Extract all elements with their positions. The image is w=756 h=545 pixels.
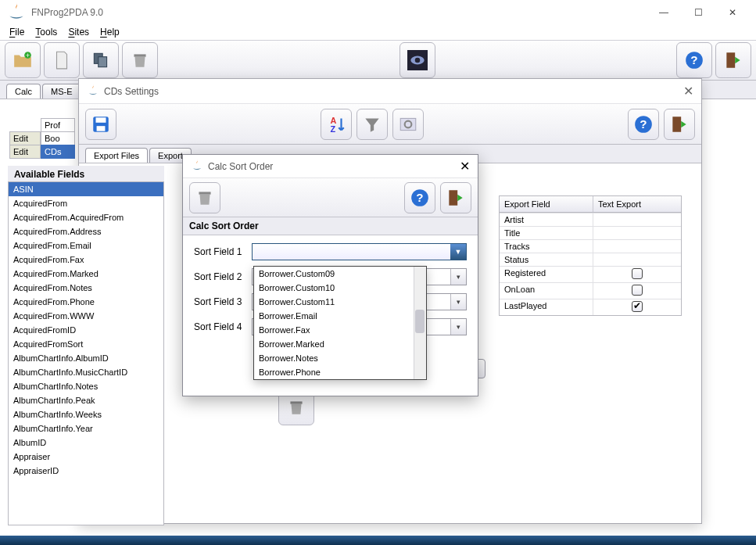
field-row[interactable]: AcquiredFrom.Address xyxy=(9,224,163,238)
dropdown-option[interactable]: Borrower.Phone xyxy=(254,365,426,379)
field-row[interactable]: Appraiser xyxy=(9,450,163,464)
field-row[interactable]: AlbumChartInfo.Notes xyxy=(9,379,163,393)
dropdown-option[interactable]: Borrower.Marked xyxy=(254,337,426,351)
field-row[interactable]: AcquiredFrom.Notes xyxy=(9,281,163,295)
field-row[interactable]: AcquiredFromID xyxy=(9,323,163,337)
svg-rect-3 xyxy=(99,57,107,67)
field-row[interactable]: AcquiredFrom.Email xyxy=(9,238,163,253)
dropdown-option[interactable]: Borrower.Notes xyxy=(254,351,426,365)
delete-button[interactable] xyxy=(122,42,158,78)
export-row[interactable]: OnLoan xyxy=(500,282,681,299)
sort-field-1-combo[interactable]: ▼ xyxy=(252,243,467,260)
new-folder-button[interactable]: + xyxy=(5,42,41,78)
field-row[interactable]: AlbumID xyxy=(9,436,163,450)
filter-button[interactable] xyxy=(357,109,388,140)
field-row[interactable]: AcquiredFrom xyxy=(9,196,163,210)
checkbox[interactable] xyxy=(632,301,643,312)
field-row[interactable]: AppraiserID xyxy=(9,464,163,478)
dropdown-option[interactable]: Borrower.Custom10 xyxy=(254,281,426,295)
copy-button[interactable] xyxy=(83,42,119,78)
maximize-button[interactable]: ☐ xyxy=(681,0,715,24)
tab-export-files[interactable]: Export Files xyxy=(85,148,148,163)
field-row[interactable]: AcquiredFrom.AcquiredFrom xyxy=(9,210,163,224)
export-row[interactable]: Registered xyxy=(500,266,681,282)
field-row[interactable]: AcquiredFromSort xyxy=(9,337,163,351)
field-row[interactable]: AlbumChartInfo.Year xyxy=(9,421,163,436)
export-checkbox-cell[interactable] xyxy=(593,213,681,226)
dropdown-option[interactable]: Borrower.Email xyxy=(254,309,426,323)
sort-exit-button[interactable] xyxy=(440,182,471,213)
save-button[interactable] xyxy=(85,109,116,140)
dropdown-scrollbar[interactable] xyxy=(414,267,426,379)
field-row[interactable]: ASIN xyxy=(9,182,163,196)
export-checkbox-cell[interactable] xyxy=(593,227,681,239)
available-fields-list[interactable]: ASINAcquiredFromAcquiredFrom.AcquiredFro… xyxy=(8,181,164,525)
settings-gear-button[interactable] xyxy=(392,109,424,140)
sort-close-button[interactable]: ✕ xyxy=(460,159,470,174)
scrollbar-thumb[interactable] xyxy=(415,310,425,333)
profile-grid: Prof EditBoo EditCDs xyxy=(9,119,75,159)
dropdown-option[interactable]: Borrower.Custom09 xyxy=(254,267,426,281)
export-field-name: Status xyxy=(500,253,593,266)
field-row[interactable]: AlbumChartInfo.AlbumID xyxy=(9,351,163,365)
svg-rect-21 xyxy=(290,401,302,403)
field-row[interactable]: AcquiredFrom.Fax xyxy=(9,253,163,267)
svg-rect-12 xyxy=(96,117,106,123)
edit-cell-1[interactable]: Edit xyxy=(9,131,41,145)
grid-cell-boo: Boo xyxy=(41,131,75,145)
open-file-button[interactable] xyxy=(44,42,80,78)
checkbox[interactable] xyxy=(632,285,643,296)
svg-text:+: + xyxy=(26,52,30,59)
sort-toolbar: ? xyxy=(183,178,478,217)
svg-text:?: ? xyxy=(690,53,697,66)
svg-text:Z: Z xyxy=(330,124,335,133)
export-row[interactable]: Status xyxy=(500,253,681,266)
menu-sites[interactable]: Sites xyxy=(65,25,92,39)
field-row[interactable]: AcquiredFrom.WWW xyxy=(9,309,163,323)
sort-field-1-dropdown[interactable]: Borrower.Custom09Borrower.Custom10Borrow… xyxy=(253,266,427,380)
settings-help-button[interactable]: ? xyxy=(628,109,659,140)
export-checkbox-cell[interactable] xyxy=(593,253,681,266)
sort-az-button[interactable]: AZ xyxy=(321,109,352,140)
field-row[interactable]: AlbumChartInfo.Peak xyxy=(9,393,163,407)
menu-file[interactable]: File xyxy=(6,25,27,39)
settings-close-button[interactable]: ✕ xyxy=(683,84,693,99)
checkbox[interactable] xyxy=(632,268,643,279)
exit-button[interactable] xyxy=(715,42,751,78)
export-row[interactable]: Title xyxy=(500,226,681,239)
sort-help-button[interactable]: ? xyxy=(404,182,435,213)
sort-clear-button[interactable] xyxy=(189,182,220,213)
chevron-down-icon: ▾ xyxy=(450,269,466,285)
svg-rect-20 xyxy=(672,117,681,132)
svg-rect-25 xyxy=(449,190,457,206)
export-row[interactable]: Tracks xyxy=(500,239,681,253)
field-row[interactable]: AlbumChartInfo.Weeks xyxy=(9,407,163,421)
field-row[interactable]: AlbumChartInfo.MusicChartID xyxy=(9,365,163,379)
dropdown-option[interactable]: Borrower.Fax xyxy=(254,323,426,337)
eye-button[interactable] xyxy=(399,42,435,78)
help-button[interactable]: ? xyxy=(676,42,712,78)
svg-rect-13 xyxy=(97,126,106,131)
close-button[interactable]: ✕ xyxy=(715,0,750,24)
sort-dialog-title: Calc Sort Order xyxy=(208,161,273,172)
edit-cell-2[interactable]: Edit xyxy=(9,145,41,159)
export-row[interactable]: Artist xyxy=(500,213,681,226)
menu-help[interactable]: Help xyxy=(97,25,123,39)
field-row[interactable]: AcquiredFrom.Phone xyxy=(9,295,163,309)
field-row[interactable]: AcquiredFrom.Marked xyxy=(9,267,163,281)
chevron-down-icon: ▾ xyxy=(450,319,466,335)
menu-tools[interactable]: Tools xyxy=(32,25,60,39)
export-checkbox-cell[interactable] xyxy=(593,299,681,315)
settings-exit-button[interactable] xyxy=(664,109,695,140)
tab-calc[interactable]: Calc xyxy=(6,84,41,99)
dropdown-option[interactable]: Borrower.Custom11 xyxy=(254,295,426,309)
sort-field-2-label: Sort Field 2 xyxy=(194,271,252,282)
tab-mse[interactable]: MS-E xyxy=(42,84,81,99)
export-checkbox-cell[interactable] xyxy=(593,240,681,253)
java-icon xyxy=(191,159,203,174)
export-checkbox-cell[interactable] xyxy=(593,267,681,282)
export-row[interactable]: LastPlayed xyxy=(500,299,681,315)
main-window-title: FNProg2PDA 9.0 xyxy=(31,7,647,18)
minimize-button[interactable]: — xyxy=(647,0,681,24)
export-checkbox-cell[interactable] xyxy=(593,283,681,299)
